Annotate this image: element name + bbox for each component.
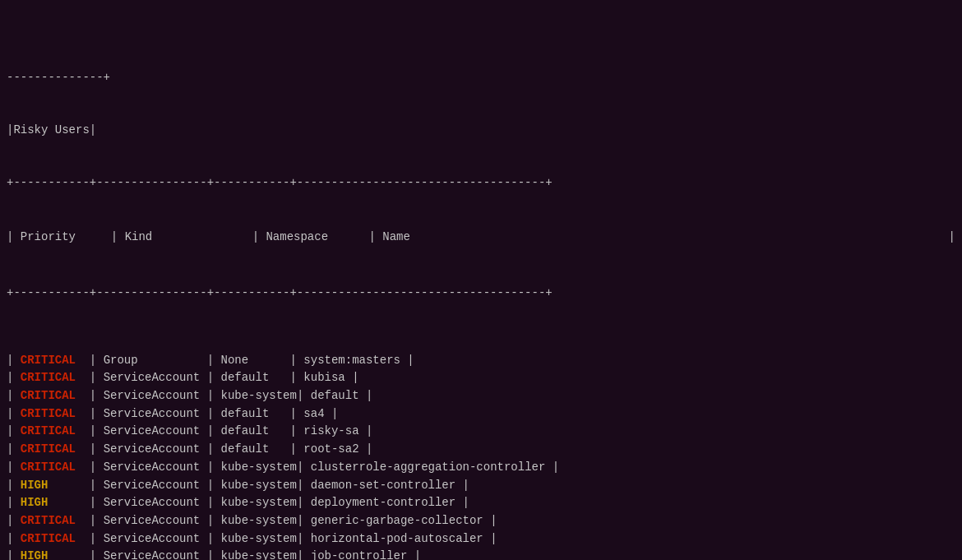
table-row: | HIGH | ServiceAccount | kube-system| d… [7, 477, 955, 495]
priority-badge: CRITICAL [21, 369, 76, 387]
namespace-cell: kube-system [221, 548, 297, 560]
top-border: --------------+ [7, 71, 955, 84]
priority-badge: HIGH [21, 477, 49, 495]
header-bottom-divider: +-----------+----------------+----------… [7, 286, 955, 299]
table-row: | HIGH | ServiceAccount | kube-system| d… [7, 494, 955, 512]
namespace-cell: default [221, 423, 290, 441]
kind-cell: ServiceAccount [104, 387, 207, 405]
table-row: | CRITICAL | ServiceAccount | default | … [7, 423, 955, 441]
name-cell: generic-garbage-collector [311, 512, 483, 530]
name-cell: kubisa [303, 369, 345, 387]
table-rows: | CRITICAL | Group | None | system:maste… [7, 352, 955, 560]
table-row: | CRITICAL | ServiceAccount | kube-syste… [7, 512, 955, 530]
namespace-cell: default [221, 369, 290, 387]
column-headers: | Priority | Kind | Namespace | Name | [7, 229, 955, 247]
namespace-cell: default [221, 441, 290, 459]
name-cell: root-sa2 [303, 441, 358, 459]
table-row: | CRITICAL | ServiceAccount | kube-syste… [7, 459, 955, 477]
name-cell: job-controller [311, 548, 408, 560]
table-row: | CRITICAL | ServiceAccount | default | … [7, 369, 955, 387]
namespace-cell: kube-system [221, 494, 297, 512]
namespace-cell: default [221, 405, 290, 423]
name-cell: sa4 [303, 405, 324, 423]
col-header-kind: Kind [125, 229, 252, 247]
kind-cell: Group [104, 352, 207, 370]
namespace-cell: kube-system [221, 512, 297, 530]
namespace-cell: kube-system [221, 530, 297, 548]
priority-badge: CRITICAL [21, 441, 76, 459]
name-cell: system:masters [303, 352, 400, 370]
priority-badge: CRITICAL [21, 423, 76, 441]
table-row: | CRITICAL | ServiceAccount | kube-syste… [7, 530, 955, 548]
table-row: | CRITICAL | Group | None | system:maste… [7, 352, 955, 370]
kind-cell: ServiceAccount [104, 494, 207, 512]
table-row: | CRITICAL | ServiceAccount | kube-syste… [7, 387, 955, 405]
name-cell: clusterrole-aggregation-controller [311, 459, 546, 477]
table-container: --------------+ |Risky Users| +---------… [7, 31, 955, 560]
table-row: | CRITICAL | ServiceAccount | default | … [7, 405, 955, 423]
terminal-container: --------------+ |Risky Users| +---------… [0, 31, 962, 560]
kind-cell: ServiceAccount [104, 477, 207, 495]
table-row: | HIGH | ServiceAccount | kube-system| j… [7, 548, 955, 560]
priority-badge: CRITICAL [21, 459, 76, 477]
col-header-name: Name [382, 229, 948, 247]
kind-cell: ServiceAccount [104, 459, 207, 477]
name-cell: horizontal-pod-autoscaler [311, 530, 483, 548]
header-top-divider: +-----------+----------------+----------… [7, 176, 955, 189]
priority-badge: CRITICAL [21, 405, 76, 423]
col-header-namespace: Namespace [266, 229, 368, 247]
col-header-priority: Priority [21, 229, 111, 247]
name-cell: deployment-controller [311, 494, 456, 512]
priority-badge: CRITICAL [21, 530, 76, 548]
kind-cell: ServiceAccount [104, 441, 207, 459]
kind-cell: ServiceAccount [104, 512, 207, 530]
priority-badge: CRITICAL [21, 512, 76, 530]
priority-badge: HIGH [21, 494, 49, 512]
namespace-cell: None [221, 352, 290, 370]
table-row: | CRITICAL | ServiceAccount | default | … [7, 441, 955, 459]
namespace-cell: kube-system [221, 477, 297, 495]
namespace-cell: kube-system [221, 459, 297, 477]
name-cell: daemon-set-controller [311, 477, 456, 495]
name-cell: default [311, 387, 359, 405]
section-title: |Risky Users| [7, 123, 955, 137]
kind-cell: ServiceAccount [104, 405, 207, 423]
kind-cell: ServiceAccount [104, 530, 207, 548]
name-cell: risky-sa [303, 423, 358, 441]
priority-badge: CRITICAL [21, 387, 76, 405]
kind-cell: ServiceAccount [104, 548, 207, 560]
namespace-cell: kube-system [221, 387, 297, 405]
priority-badge: CRITICAL [21, 352, 76, 370]
kind-cell: ServiceAccount [104, 369, 207, 387]
kind-cell: ServiceAccount [104, 423, 207, 441]
priority-badge: HIGH [21, 548, 49, 560]
